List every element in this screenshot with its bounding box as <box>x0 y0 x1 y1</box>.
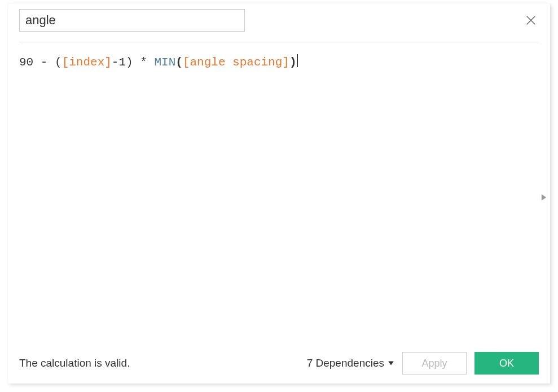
formula-token-op: 90 - ( <box>19 56 62 69</box>
close-icon <box>525 14 537 27</box>
caret-down-icon <box>388 360 394 367</box>
calculation-editor-dialog: 90 - ([index]-1) * MIN([angle spacing]) … <box>8 3 550 384</box>
formula-token-paren: ) <box>289 56 297 69</box>
dependencies-label: 7 Dependencies <box>307 357 384 369</box>
expand-function-panel[interactable] <box>540 193 548 201</box>
ok-button[interactable]: OK <box>474 352 539 375</box>
calculation-name-input[interactable] <box>19 9 245 32</box>
svg-marker-3 <box>388 361 394 365</box>
formula-editor[interactable]: 90 - ([index]-1) * MIN([angle spacing]) <box>8 42 550 352</box>
close-button[interactable] <box>523 12 539 28</box>
formula-token-field: [index] <box>62 56 112 69</box>
dialog-header <box>8 3 550 32</box>
chevron-right-icon <box>540 193 548 201</box>
formula-token-func: MIN <box>154 56 175 69</box>
apply-button[interactable]: Apply <box>402 352 467 375</box>
dialog-footer: The calculation is valid. 7 Dependencies… <box>8 352 550 384</box>
dependencies-dropdown[interactable]: 7 Dependencies <box>307 357 394 369</box>
text-caret <box>297 54 298 67</box>
svg-marker-2 <box>542 194 546 200</box>
editor-wrap: 90 - ([index]-1) * MIN([angle spacing]) <box>8 42 550 352</box>
validation-status: The calculation is valid. <box>19 357 130 369</box>
formula-token-paren: ( <box>175 56 183 69</box>
formula-token-field: [angle spacing] <box>183 56 289 69</box>
formula-token-op: -1) * <box>112 56 155 69</box>
